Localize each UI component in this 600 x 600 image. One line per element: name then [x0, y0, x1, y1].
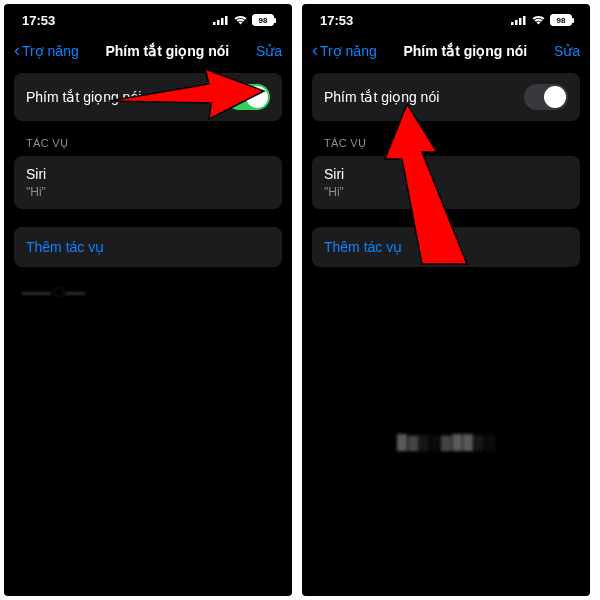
battery-icon: 98 [252, 14, 274, 26]
edit-button[interactable]: Sửa [554, 43, 580, 59]
back-button[interactable]: ‹ Trợ năng [312, 40, 377, 61]
task-row[interactable]: Siri "Hi" [14, 156, 282, 209]
section-header: TÁC VỤ [14, 121, 282, 156]
chevron-left-icon: ‹ [14, 40, 20, 61]
add-task-link: Thêm tác vụ [26, 239, 104, 255]
artifact: █▓▒░▓██▒░ [397, 434, 496, 450]
voice-shortcut-toggle-cell[interactable]: Phím tắt giọng nói [14, 73, 282, 121]
svg-rect-7 [519, 18, 522, 25]
svg-rect-1 [217, 20, 220, 25]
phone-right: 17:53 98 ‹ Trợ năng Phím tắt giọng nói [302, 4, 590, 596]
toggle-switch[interactable] [524, 84, 568, 110]
svg-rect-0 [213, 22, 216, 25]
nav-bar: ‹ Trợ năng Phím tắt giọng nói Sửa [4, 32, 292, 73]
add-task-link: Thêm tác vụ [324, 239, 402, 255]
svg-rect-2 [221, 18, 224, 25]
signal-icon [213, 13, 229, 28]
status-time: 17:53 [22, 13, 55, 28]
status-bar: 17:53 98 [302, 4, 590, 32]
page-title: Phím tắt giọng nói [403, 43, 527, 59]
status-time: 17:53 [320, 13, 353, 28]
chevron-left-icon: ‹ [312, 40, 318, 61]
toggle-label: Phím tắt giọng nói [324, 89, 439, 105]
wifi-icon [233, 13, 248, 28]
back-button[interactable]: ‹ Trợ năng [14, 40, 79, 61]
add-task-cell[interactable]: Thêm tác vụ [14, 227, 282, 267]
wifi-icon [531, 13, 546, 28]
nav-bar: ‹ Trợ năng Phím tắt giọng nói Sửa [302, 32, 590, 73]
edit-button[interactable]: Sửa [256, 43, 282, 59]
toggle-switch[interactable] [226, 84, 270, 110]
add-task-cell[interactable]: Thêm tác vụ [312, 227, 580, 267]
status-bar: 17:53 98 [4, 4, 292, 32]
phone-left: 17:53 98 ‹ Trợ năng Phím tắt giọng nói [4, 4, 292, 596]
section-header: TÁC VỤ [312, 121, 580, 156]
signal-icon [511, 13, 527, 28]
task-subtitle: "Hi" [26, 185, 270, 199]
task-title: Siri [324, 166, 568, 182]
task-subtitle: "Hi" [324, 185, 568, 199]
task-title: Siri [26, 166, 270, 182]
battery-icon: 98 [550, 14, 572, 26]
svg-rect-8 [523, 16, 526, 25]
toggle-label: Phím tắt giọng nói [26, 89, 141, 105]
svg-rect-3 [225, 16, 228, 25]
svg-rect-5 [511, 22, 514, 25]
svg-rect-6 [515, 20, 518, 25]
voice-shortcut-toggle-cell[interactable]: Phím tắt giọng nói [312, 73, 580, 121]
task-row[interactable]: Siri "Hi" [312, 156, 580, 209]
artifact: ▬▬▬ ◯ ▬▬ [22, 286, 85, 297]
page-title: Phím tắt giọng nói [105, 43, 229, 59]
